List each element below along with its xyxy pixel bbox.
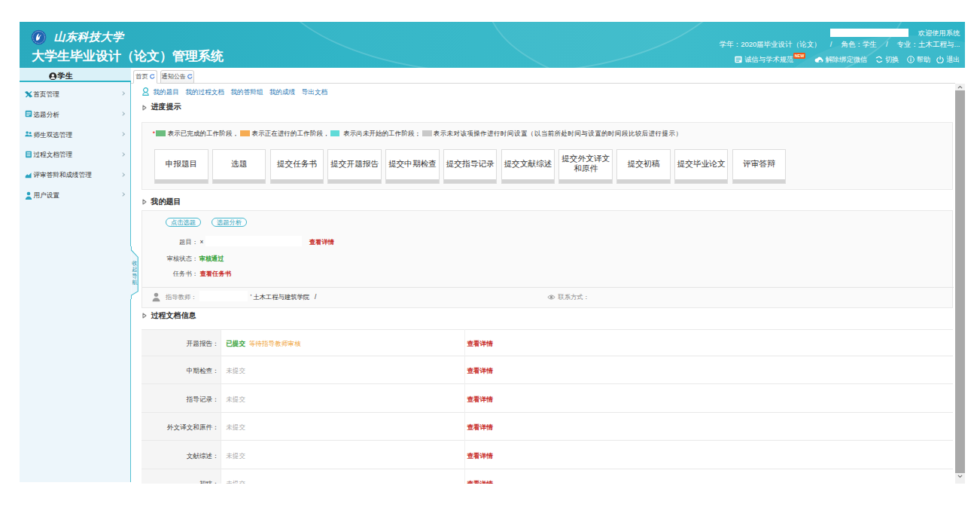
svg-text:NEW: NEW bbox=[795, 53, 805, 58]
